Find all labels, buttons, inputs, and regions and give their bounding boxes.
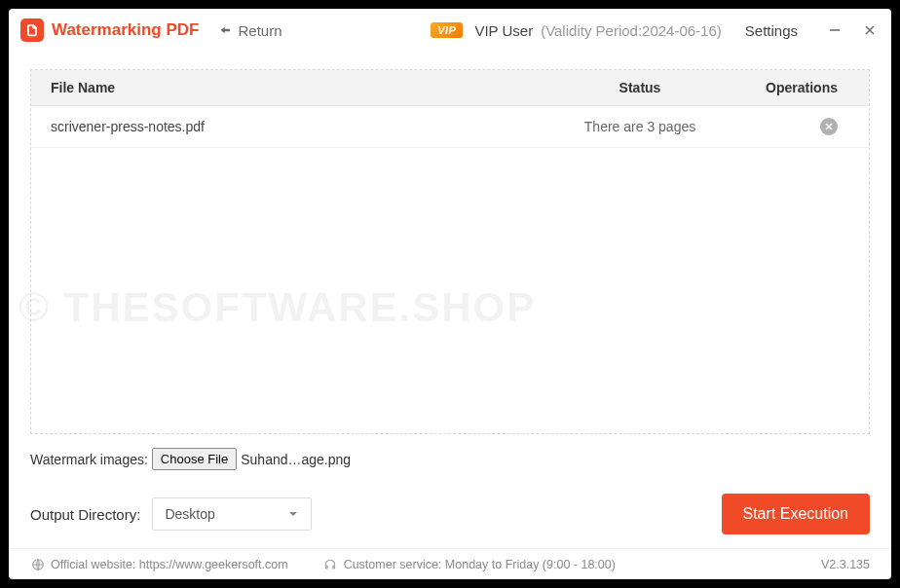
version-label: V2.3.135 bbox=[821, 558, 870, 571]
header-status: Status bbox=[547, 80, 732, 95]
validity-period: (Validity Period:2024-06-16) bbox=[541, 22, 722, 39]
output-selected-value: Desktop bbox=[165, 506, 214, 522]
close-icon bbox=[863, 23, 877, 37]
remove-x-icon bbox=[825, 123, 833, 130]
output-label: Output Directory: bbox=[30, 506, 140, 523]
table-empty-area[interactable] bbox=[31, 148, 869, 433]
vip-badge: VIP bbox=[431, 22, 463, 38]
table-header: File Name Status Operations bbox=[31, 70, 869, 106]
window-controls bbox=[827, 22, 878, 38]
file-table: File Name Status Operations scrivener-pr… bbox=[30, 69, 870, 434]
remove-file-button[interactable] bbox=[820, 118, 838, 135]
content-area: File Name Status Operations scrivener-pr… bbox=[9, 52, 891, 548]
minimize-button[interactable] bbox=[827, 22, 843, 38]
app-logo-icon bbox=[20, 18, 44, 42]
watermark-label: Watermark images: bbox=[30, 452, 148, 467]
settings-button[interactable]: Settings bbox=[745, 22, 798, 39]
table-row: scrivener-press-notes.pdf There are 3 pa… bbox=[31, 106, 869, 148]
output-directory-select[interactable]: Desktop bbox=[152, 497, 312, 531]
official-website[interactable]: Official website: https://www.geekersoft… bbox=[51, 558, 288, 571]
cell-status: There are 3 pages bbox=[547, 119, 732, 134]
vip-user-label: VIP User bbox=[474, 22, 533, 39]
customer-service: Customer service: Monday to Friday (9:00… bbox=[344, 558, 616, 571]
headset-icon bbox=[323, 557, 338, 571]
return-arrow-icon bbox=[218, 22, 234, 38]
choose-file-button[interactable]: Choose File bbox=[152, 448, 237, 470]
app-title: Watermarking PDF bbox=[52, 20, 199, 40]
cell-filename: scrivener-press-notes.pdf bbox=[51, 119, 547, 134]
return-label: Return bbox=[238, 22, 281, 39]
globe-icon bbox=[30, 557, 45, 571]
return-button[interactable]: Return bbox=[218, 22, 281, 39]
header-operations: Operations bbox=[732, 80, 849, 95]
watermark-row: Watermark images: Choose File Suhand…age… bbox=[30, 434, 870, 476]
chosen-file-name: Suhand…age.png bbox=[241, 452, 351, 467]
header-filename: File Name bbox=[51, 80, 547, 95]
titlebar: Watermarking PDF Return VIP VIP User (Va… bbox=[9, 9, 891, 52]
bottom-row: Output Directory: Desktop Start Executio… bbox=[30, 476, 870, 548]
minimize-icon bbox=[828, 23, 842, 37]
close-button[interactable] bbox=[862, 22, 878, 38]
chevron-down-icon bbox=[287, 508, 299, 520]
cell-operations bbox=[732, 118, 849, 135]
footer: Official website: https://www.geekersoft… bbox=[9, 548, 891, 579]
app-window: Watermarking PDF Return VIP VIP User (Va… bbox=[9, 9, 891, 579]
start-execution-button[interactable]: Start Execution bbox=[722, 494, 871, 534]
